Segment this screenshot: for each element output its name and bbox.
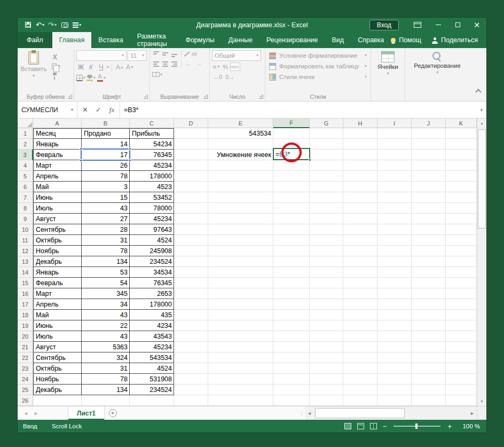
cell-I19[interactable] bbox=[377, 320, 412, 331]
cell-B11[interactable]: 31 bbox=[82, 235, 130, 246]
cell-G17[interactable] bbox=[310, 299, 343, 310]
cell-H9[interactable] bbox=[343, 214, 377, 224]
cell-B20[interactable]: 43 bbox=[82, 331, 130, 342]
cell-H13[interactable] bbox=[343, 256, 377, 267]
cell-G4[interactable] bbox=[310, 160, 343, 171]
cell-H21[interactable] bbox=[343, 342, 377, 352]
cell-E22[interactable] bbox=[208, 352, 273, 363]
cell-H10[interactable] bbox=[343, 224, 377, 235]
cell-K11[interactable] bbox=[446, 235, 477, 246]
cell-D25[interactable] bbox=[174, 385, 208, 395]
cell-I3[interactable] bbox=[377, 150, 412, 160]
cell-A21[interactable]: Август bbox=[33, 342, 82, 352]
cell-D5[interactable] bbox=[174, 171, 208, 182]
cell-E10[interactable] bbox=[208, 224, 273, 235]
cell-F17[interactable] bbox=[273, 299, 310, 310]
cell-G13[interactable] bbox=[310, 256, 343, 267]
tab-vid[interactable]: Вид bbox=[325, 32, 351, 48]
paste-button[interactable]: Вставить ▾ bbox=[20, 50, 48, 92]
editing-button[interactable]: Редактирование ▾ bbox=[414, 50, 461, 101]
column-header-E[interactable]: E bbox=[208, 119, 273, 128]
row-header-14[interactable]: 14 bbox=[18, 267, 33, 278]
zoom-slider[interactable] bbox=[393, 426, 440, 427]
cell-C20[interactable]: 43543 bbox=[130, 331, 174, 342]
cell-G18[interactable] bbox=[310, 310, 343, 320]
cell-D21[interactable] bbox=[174, 342, 208, 352]
cell-C9[interactable]: 45234 bbox=[130, 214, 174, 224]
cell-F14[interactable] bbox=[273, 267, 310, 278]
cell-C11[interactable]: 4524 bbox=[130, 235, 174, 246]
cell-H22[interactable] bbox=[343, 352, 377, 363]
cell-C25[interactable]: 234524 bbox=[130, 385, 174, 395]
zoom-level[interactable]: 100 % bbox=[458, 423, 480, 429]
cell-G15[interactable] bbox=[310, 278, 343, 288]
cell-D10[interactable] bbox=[174, 224, 208, 235]
new-sheet-button[interactable]: + bbox=[105, 406, 121, 420]
row-header-1[interactable]: 1 bbox=[18, 128, 33, 139]
cell-A5[interactable]: Апрель bbox=[33, 171, 82, 182]
tab-scroll-splitter[interactable]: ⋮ bbox=[298, 406, 305, 420]
cell-B7[interactable]: 15 bbox=[82, 192, 130, 203]
cell-H3[interactable] bbox=[343, 150, 377, 160]
cell-J11[interactable] bbox=[412, 235, 446, 246]
cell-A22[interactable]: Сентябрь bbox=[33, 352, 82, 363]
row-header-18[interactable]: 18 bbox=[18, 310, 33, 320]
cell-H18[interactable] bbox=[343, 310, 377, 320]
cell-I4[interactable] bbox=[377, 160, 412, 171]
increase-decimal-button[interactable]: ←0 bbox=[212, 73, 223, 81]
cell-G6[interactable] bbox=[310, 182, 343, 192]
normal-view-button[interactable] bbox=[344, 423, 351, 429]
cell-F7[interactable] bbox=[273, 192, 310, 203]
cancel-button[interactable]: ✕ bbox=[78, 106, 92, 114]
cell-B3[interactable]: 17 bbox=[82, 150, 130, 160]
horizontal-scrollbar[interactable] bbox=[314, 406, 468, 420]
cell-B18[interactable]: 43 bbox=[82, 310, 130, 320]
cell-D14[interactable] bbox=[174, 267, 208, 278]
cell-J25[interactable] bbox=[412, 385, 446, 395]
cell-K12[interactable] bbox=[446, 246, 477, 256]
cell-J1[interactable] bbox=[412, 128, 446, 139]
align-center-button[interactable] bbox=[161, 60, 169, 67]
comma-style-button[interactable]: 000 bbox=[230, 62, 240, 71]
format-as-table-button[interactable]: Форматировать как таблицу▾ bbox=[266, 61, 369, 72]
cell-G23[interactable] bbox=[310, 363, 343, 374]
cell-E26[interactable] bbox=[208, 395, 273, 406]
cell-K18[interactable] bbox=[446, 310, 477, 320]
decrease-font-button[interactable]: A▾ bbox=[125, 62, 134, 72]
cell-J9[interactable] bbox=[412, 214, 446, 224]
increase-indent-button[interactable]: → bbox=[194, 59, 203, 68]
cell-B25[interactable]: 134 bbox=[82, 385, 130, 395]
cell-H17[interactable] bbox=[343, 299, 377, 310]
cell-I14[interactable] bbox=[377, 267, 412, 278]
cell-J18[interactable] bbox=[412, 310, 446, 320]
cell-B5[interactable]: 78 bbox=[82, 171, 130, 182]
cell-H15[interactable] bbox=[343, 278, 377, 288]
cell-C7[interactable]: 53452 bbox=[130, 192, 174, 203]
insert-function-button[interactable]: fx bbox=[105, 106, 119, 114]
cell-C19[interactable]: 4234 bbox=[130, 320, 174, 331]
cell-F19[interactable] bbox=[273, 320, 310, 331]
share-button[interactable]: Поделиться bbox=[432, 36, 478, 44]
cell-A25[interactable]: Декабрь bbox=[33, 385, 82, 395]
accounting-format-button[interactable]: ¤▾ bbox=[212, 62, 220, 71]
cell-A19[interactable]: Июнь bbox=[33, 320, 82, 331]
cell-I7[interactable] bbox=[377, 192, 412, 203]
cell-E8[interactable] bbox=[208, 203, 273, 214]
align-bottom-button[interactable] bbox=[170, 51, 178, 58]
cell-J24[interactable] bbox=[412, 374, 446, 385]
cell-A26[interactable] bbox=[33, 395, 82, 406]
cell-D26[interactable] bbox=[174, 395, 208, 406]
cell-D20[interactable] bbox=[174, 331, 208, 342]
cell-I20[interactable] bbox=[377, 331, 412, 342]
column-header-A[interactable]: A bbox=[33, 119, 82, 128]
cell-K8[interactable] bbox=[446, 203, 477, 214]
cell-E3[interactable]: Умножение ячеек bbox=[208, 150, 273, 160]
number-format-combo[interactable]: Общий▾ bbox=[212, 50, 261, 61]
cell-D22[interactable] bbox=[174, 352, 208, 363]
fill-color-button[interactable]: ▾ bbox=[86, 73, 96, 82]
row-header-11[interactable]: 11 bbox=[18, 235, 33, 246]
tell-me-assistant[interactable]: Помощ bbox=[391, 36, 421, 44]
cell-H12[interactable] bbox=[343, 246, 377, 256]
bold-button[interactable]: Ж bbox=[76, 62, 85, 72]
next-sheet-button[interactable]: ► bbox=[31, 406, 41, 420]
